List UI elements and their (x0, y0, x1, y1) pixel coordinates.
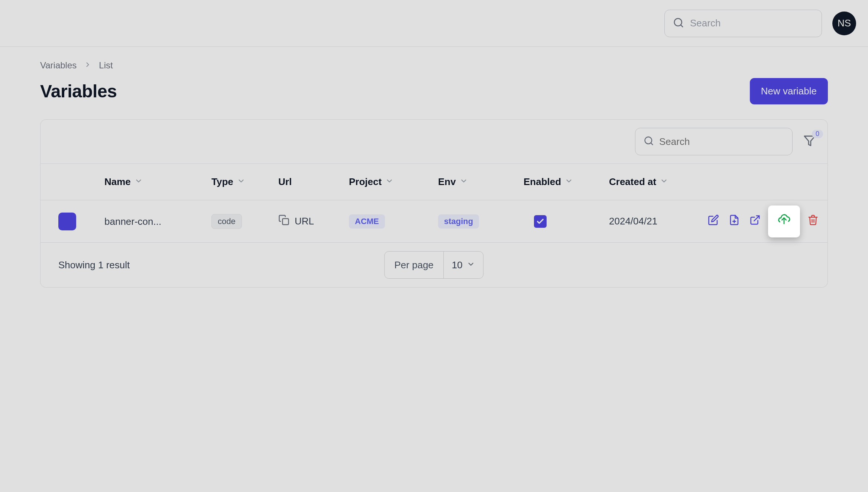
avatar[interactable]: NS (832, 12, 856, 35)
new-variable-button[interactable]: New variable (750, 78, 828, 104)
result-summary: Showing 1 result (58, 259, 130, 271)
table-search[interactable] (635, 128, 793, 155)
chevron-down-icon (135, 176, 143, 188)
table-card: 0 Name Type Url Project Env (40, 119, 828, 288)
per-page-value: 10 (452, 259, 463, 271)
global-search[interactable] (664, 10, 822, 37)
chevron-down-icon (385, 176, 393, 188)
svg-line-3 (651, 143, 652, 145)
column-created-at[interactable]: Created at (609, 176, 706, 188)
cell-created-at: 2024/04/21 (609, 216, 706, 227)
chevron-down-icon (565, 176, 573, 188)
copy-icon[interactable] (278, 214, 289, 228)
per-page-select[interactable]: 10 (444, 252, 483, 278)
env-badge: staging (438, 214, 479, 229)
avatar-initials: NS (838, 17, 851, 29)
search-icon (673, 17, 684, 30)
column-label: Enabled (524, 176, 561, 188)
breadcrumb-root[interactable]: Variables (40, 60, 77, 71)
page: Variables List Variables New variable 0 (0, 47, 868, 288)
table-header: Name Type Url Project Env Enabled (41, 164, 827, 200)
page-header: Variables New variable (40, 78, 828, 104)
column-label: Url (278, 176, 292, 188)
chevron-down-icon (237, 176, 245, 188)
table-search-input[interactable] (659, 136, 784, 148)
search-icon (644, 136, 654, 148)
column-label: Name (104, 176, 131, 188)
external-link-icon (749, 214, 761, 228)
cell-name: banner-con... (100, 200, 211, 243)
breadcrumb: Variables List (40, 60, 828, 71)
per-page-label: Per page (385, 252, 444, 278)
edit-button[interactable] (706, 214, 721, 229)
chevron-down-icon (460, 176, 468, 188)
chevron-down-icon (660, 176, 668, 188)
column-name[interactable]: Name (100, 176, 211, 188)
pencil-square-icon (708, 214, 719, 228)
column-url[interactable]: Url (278, 176, 349, 188)
file-plus-icon (729, 214, 740, 228)
page-title: Variables (40, 81, 117, 101)
trash-icon (807, 214, 819, 228)
table-toolbar: 0 (41, 120, 827, 164)
chevron-right-icon (84, 60, 91, 71)
column-project[interactable]: Project (349, 176, 438, 188)
per-page-control: Per page 10 (384, 251, 483, 279)
duplicate-button[interactable] (726, 214, 742, 229)
svg-marker-4 (804, 136, 815, 146)
cell-url[interactable]: URL (278, 214, 349, 228)
column-label: Project (349, 176, 382, 188)
table-footer: Showing 1 result Per page 10 (41, 243, 827, 287)
chevron-down-icon (467, 259, 475, 271)
type-badge: code (211, 214, 242, 229)
row-select-checkbox[interactable] (58, 213, 76, 230)
cloud-upload-icon (778, 214, 790, 229)
column-env[interactable]: Env (438, 176, 524, 188)
deploy-button[interactable] (768, 205, 800, 237)
column-label: Env (438, 176, 456, 188)
svg-line-8 (754, 216, 760, 221)
column-label: Created at (609, 176, 656, 188)
svg-rect-5 (282, 219, 288, 224)
column-enabled[interactable]: Enabled (524, 176, 609, 188)
svg-line-1 (681, 25, 683, 26)
global-search-input[interactable] (690, 17, 813, 29)
open-external-button[interactable] (747, 214, 763, 229)
filter-button[interactable]: 0 (801, 133, 818, 150)
breadcrumb-current: List (99, 60, 113, 71)
project-badge: ACME (349, 214, 385, 229)
column-label: Type (211, 176, 233, 188)
enabled-checkbox (534, 215, 547, 228)
delete-button[interactable] (805, 214, 821, 229)
topbar: NS (0, 0, 868, 47)
url-label: URL (295, 216, 314, 227)
filter-count-badge: 0 (812, 130, 823, 138)
table-row[interactable]: banner-con... code URL ACME staging (41, 200, 827, 243)
column-type[interactable]: Type (211, 176, 278, 188)
